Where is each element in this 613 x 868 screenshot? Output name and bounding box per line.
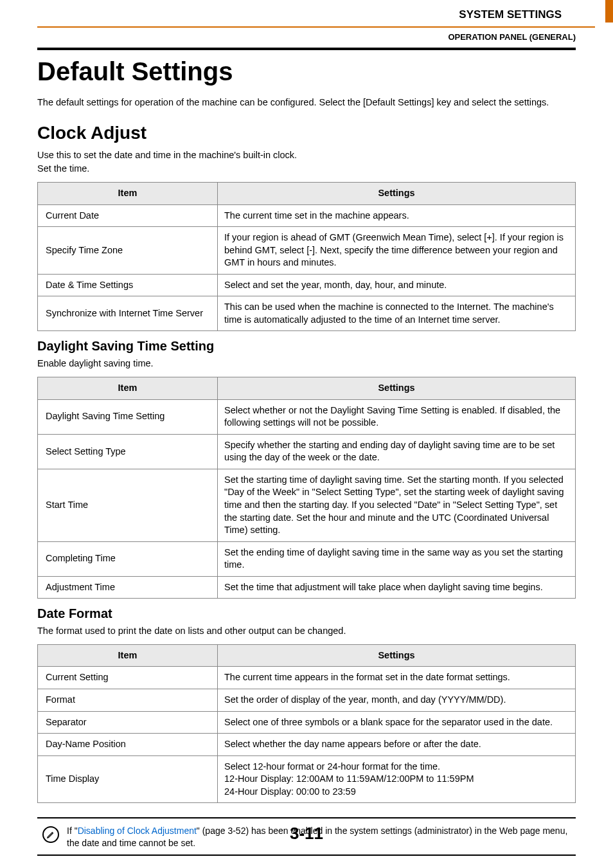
item-cell: Current Setting [38, 667, 218, 689]
item-cell: Specify Time Zone [38, 227, 218, 275]
table-row: Start TimeSet the starting time of dayli… [38, 469, 576, 541]
chapter-heading: SYSTEM SETTINGS [37, 8, 587, 23]
settings-cell: The current time appears in the format s… [218, 667, 576, 689]
item-cell: Separator [38, 711, 218, 734]
col-header-settings: Settings [218, 182, 576, 204]
table-row: Select Setting TypeSpecify whether the s… [38, 434, 576, 469]
clock-desc-2: Set the time. [37, 163, 576, 176]
settings-cell: Select one of three symbols or a blank s… [218, 711, 576, 734]
item-cell: Day-Name Position [38, 734, 218, 756]
table-row: Adjustment TimeSet the time that adjustm… [38, 576, 576, 599]
item-cell: Date & Time Settings [38, 274, 218, 296]
settings-cell: This can be used when the machine is con… [218, 296, 576, 331]
intro-text: The default settings for operation of th… [37, 96, 576, 109]
dateformat-desc: The format used to print the date on lis… [37, 625, 576, 638]
item-cell: Select Setting Type [38, 434, 218, 469]
table-row: Current DateThe current time set in the … [38, 204, 576, 227]
col-header-item: Item [38, 644, 218, 667]
item-cell: Daylight Saving Time Setting [38, 399, 218, 434]
item-cell: Current Date [38, 204, 218, 227]
col-header-settings: Settings [218, 377, 576, 400]
table-row: Completing TimeSet the ending time of da… [38, 541, 576, 576]
settings-cell: Select whether the day name appears befo… [218, 734, 576, 756]
item-cell: Format [38, 689, 218, 712]
item-cell: Completing Time [38, 541, 218, 576]
accent-bar [605, 0, 613, 23]
col-header-item: Item [38, 182, 218, 204]
breadcrumb: OPERATION PANEL (GENERAL) [0, 28, 613, 43]
dst-desc: Enable daylight saving time. [37, 357, 576, 370]
table-row: Time DisplaySelect 12-hour format or 24-… [38, 755, 576, 803]
table-row: FormatSet the order of display of the ye… [38, 689, 576, 712]
settings-cell: Set the order of display of the year, mo… [218, 689, 576, 712]
item-cell: Start Time [38, 469, 218, 541]
table-row: Date & Time SettingsSelect and set the y… [38, 274, 576, 296]
table-row: Daylight Saving Time SettingSelect wheth… [38, 399, 576, 434]
dst-table: Item Settings Daylight Saving Time Setti… [37, 377, 576, 599]
dst-heading: Daylight Saving Time Setting [37, 338, 576, 355]
settings-cell: Set the time that adjustment will take p… [218, 576, 576, 599]
item-cell: Time Display [38, 755, 218, 803]
item-cell: Adjustment Time [38, 576, 218, 599]
clock-desc-1: Use this to set the date and time in the… [37, 149, 576, 162]
settings-cell: Select 12-hour format or 24-hour format … [218, 755, 576, 803]
settings-cell: Specify whether the starting and ending … [218, 434, 576, 469]
clock-adjust-heading: Clock Adjust [37, 121, 576, 145]
settings-cell: Select and set the year, month, day, hou… [218, 274, 576, 296]
item-cell: Synchronize with Internet Time Server [38, 296, 218, 331]
settings-cell: Set the ending time of daylight saving t… [218, 541, 576, 576]
col-header-item: Item [38, 377, 218, 400]
table-row: Day-Name PositionSelect whether the day … [38, 734, 576, 756]
table-row: SeparatorSelect one of three symbols or … [38, 711, 576, 734]
rule-heavy [37, 48, 576, 50]
table-row: Current SettingThe current time appears … [38, 667, 576, 689]
settings-cell: The current time set in the machine appe… [218, 204, 576, 227]
table-row: Specify Time ZoneIf your region is ahead… [38, 227, 576, 275]
dateformat-heading: Date Format [37, 605, 576, 622]
table-row: Synchronize with Internet Time ServerThi… [38, 296, 576, 331]
col-header-settings: Settings [218, 644, 576, 667]
page-title: Default Settings [37, 54, 576, 89]
settings-cell: If your region is ahead of GMT (Greenwic… [218, 227, 576, 275]
settings-cell: Select whether or not the Daylight Savin… [218, 399, 576, 434]
clock-table: Item Settings Current DateThe current ti… [37, 182, 576, 332]
settings-cell: Set the starting time of daylight saving… [218, 469, 576, 541]
page-number: 3-11 [0, 822, 613, 845]
dateformat-table: Item Settings Current SettingThe current… [37, 644, 576, 804]
